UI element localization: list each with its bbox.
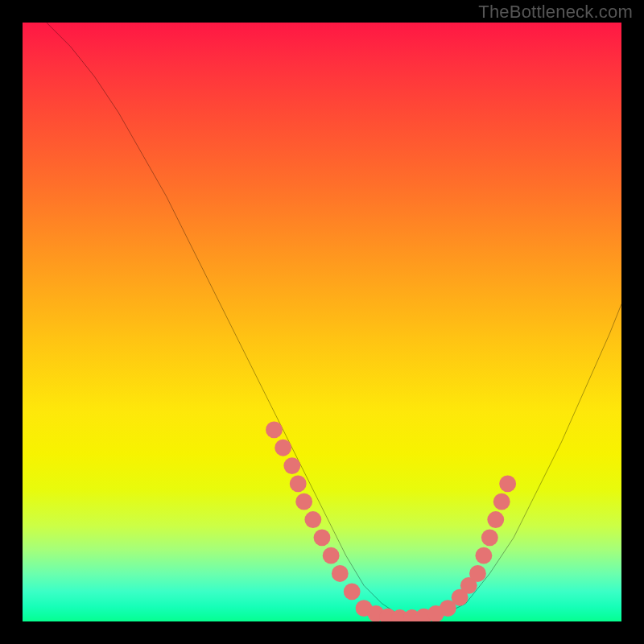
data-point: [304, 511, 321, 528]
data-point: [487, 511, 504, 528]
source-caption: TheBottleneck.com: [478, 2, 633, 23]
data-point: [332, 565, 349, 582]
curve-layer: [23, 23, 621, 621]
chart-frame: TheBottleneck.com: [0, 0, 644, 644]
curve-group: [47, 23, 621, 621]
data-point: [295, 493, 312, 510]
data-point: [493, 493, 510, 510]
data-point: [314, 529, 331, 546]
data-point: [283, 457, 300, 474]
curve-main-curve: [47, 23, 621, 618]
plot-area: [23, 23, 621, 621]
data-point: [481, 529, 498, 546]
data-point: [323, 547, 340, 564]
data-point: [344, 583, 361, 600]
data-point: [469, 565, 486, 582]
data-point: [499, 475, 516, 492]
data-point: [290, 475, 307, 492]
data-point: [275, 440, 291, 456]
data-point: [475, 547, 492, 564]
data-point: [266, 422, 283, 439]
